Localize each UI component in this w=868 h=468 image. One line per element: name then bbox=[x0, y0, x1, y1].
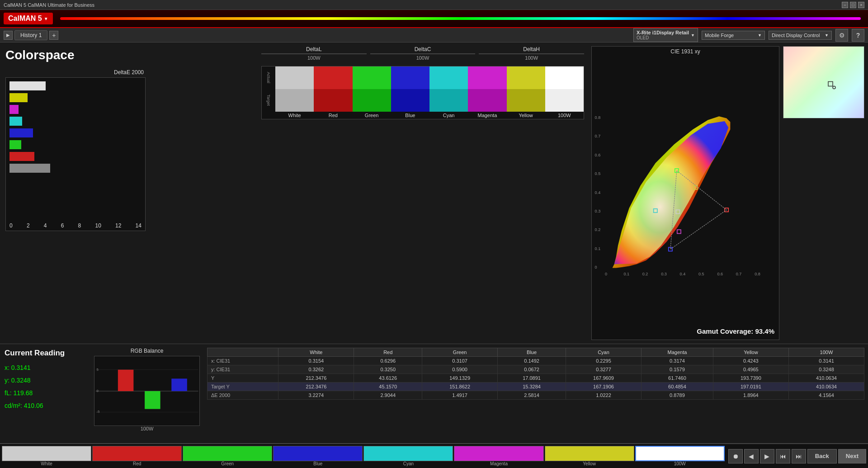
strip-green[interactable]: Green bbox=[183, 446, 272, 466]
row-label-x: x: CIE31 bbox=[208, 357, 278, 365]
svg-text:0.5: 0.5 bbox=[595, 171, 601, 176]
swatch-actual-100w bbox=[545, 66, 584, 89]
add-tab-button[interactable]: + bbox=[49, 31, 58, 40]
app-body: Colorspace DeltaE 2000 bbox=[0, 43, 868, 468]
strip-magenta[interactable]: Magenta bbox=[454, 446, 543, 466]
strip-blue-color bbox=[273, 446, 363, 461]
display-selector[interactable]: Direct Display Control ▼ bbox=[769, 31, 832, 40]
strip-100w[interactable]: 100W bbox=[635, 446, 725, 466]
de-white: 3.2274 bbox=[278, 391, 354, 400]
deltac-title: DeltaC bbox=[370, 46, 476, 52]
app-title: CalMAN 5 CalMAN Ultimate for Business bbox=[4, 2, 94, 8]
svg-text:0.1: 0.1 bbox=[595, 246, 601, 251]
strip-blue-label: Blue bbox=[273, 461, 363, 466]
strip-yellow[interactable]: Yellow bbox=[545, 446, 634, 466]
tab-play-button[interactable]: ▶ bbox=[4, 31, 13, 40]
Y-yellow: 193.7390 bbox=[713, 374, 788, 383]
meter-name: X-Rite i1Display Retail bbox=[637, 30, 689, 35]
bar-cyan bbox=[9, 117, 22, 126]
bar-row-green bbox=[9, 140, 142, 149]
swatch-target-magenta bbox=[468, 89, 506, 112]
svg-text:0.8: 0.8 bbox=[595, 115, 601, 120]
svg-text:0: 0 bbox=[595, 265, 597, 269]
strip-white[interactable]: White bbox=[2, 446, 91, 466]
rgb-title: RGB Balance bbox=[94, 348, 200, 354]
reading-cdm2: cd/m²: 410.06 bbox=[5, 399, 86, 412]
maximize-button[interactable]: □ bbox=[850, 2, 856, 8]
cie-diagram: CIE 1931 xy 0.8 0.7 0.6 0.5 0.4 0.3 0.2 … bbox=[591, 46, 779, 340]
col-label bbox=[208, 348, 278, 357]
gamut-coverage-text: Gamut Coverage: 93.4% bbox=[697, 327, 774, 335]
tY-magenta: 60.4854 bbox=[642, 383, 713, 391]
history-tab[interactable]: History 1 bbox=[14, 30, 47, 40]
svg-rect-79 bbox=[118, 370, 134, 391]
Y-magenta: 61.7460 bbox=[642, 374, 713, 383]
swatch-target-white bbox=[275, 89, 314, 112]
swatch-actual-red bbox=[314, 66, 352, 89]
calman-logo[interactable]: CalMAN 5 ▼ bbox=[4, 13, 53, 24]
de-red: 2.9044 bbox=[354, 391, 422, 400]
meter-selector[interactable]: X-Rite i1Display Retail OLED ▼ bbox=[633, 28, 698, 42]
svg-rect-81 bbox=[171, 378, 187, 391]
de-cyan: 1.0222 bbox=[566, 391, 641, 400]
swatch-label-yellow: Yellow bbox=[507, 112, 545, 119]
forward-button[interactable]: ⏭ bbox=[792, 449, 806, 463]
swatch-actual-cyan bbox=[429, 66, 468, 89]
workflow-selector[interactable]: Mobile Forge ▼ bbox=[702, 31, 765, 40]
strip-magenta-label: Magenta bbox=[454, 461, 543, 466]
back-button[interactable]: Back bbox=[807, 449, 837, 463]
strip-100w-color bbox=[635, 446, 725, 461]
y-cyan: 0.3277 bbox=[566, 365, 641, 374]
prev-button[interactable]: ◀ bbox=[744, 449, 759, 463]
strip-cyan[interactable]: Cyan bbox=[363, 446, 453, 466]
bar-magenta bbox=[9, 105, 19, 114]
table-row-targetY: Target Y 212.3476 45.1570 151.8622 15.32… bbox=[208, 383, 864, 391]
main-area: Colorspace DeltaE 2000 bbox=[0, 43, 868, 344]
Y-red: 43.6126 bbox=[354, 374, 422, 383]
swatch-target-yellow bbox=[507, 89, 545, 112]
strip-cyan-label: Cyan bbox=[363, 461, 453, 466]
cdm2-value: 410.06 bbox=[24, 402, 43, 409]
swatch-target-100w bbox=[545, 89, 584, 112]
svg-text:0.3: 0.3 bbox=[661, 272, 667, 276]
bar-row-red bbox=[9, 152, 142, 161]
cie-and-inset: CIE 1931 xy 0.8 0.7 0.6 0.5 0.4 0.3 0.2 … bbox=[591, 46, 864, 340]
cie-inset-image bbox=[783, 46, 864, 118]
deltal-x-label: 100W bbox=[261, 55, 367, 61]
swatch-actual-magenta bbox=[468, 66, 506, 89]
Y-green: 149.1329 bbox=[422, 374, 498, 383]
deltae-x-axis: 0 2 4 6 8 10 12 14 bbox=[9, 222, 142, 229]
y-green: 0.5900 bbox=[422, 365, 498, 374]
strip-red[interactable]: Red bbox=[92, 446, 182, 466]
svg-text:0.6: 0.6 bbox=[595, 153, 601, 157]
logo-text: CalMAN 5 bbox=[8, 14, 42, 23]
y-yellow: 0.4965 bbox=[713, 365, 788, 374]
swatch-label-red: Red bbox=[314, 112, 352, 119]
cie-inset-panel bbox=[783, 46, 864, 340]
next-button[interactable]: Next bbox=[838, 449, 866, 463]
rewind-button[interactable]: ⏮ bbox=[776, 449, 790, 463]
x-8: 8 bbox=[78, 222, 81, 229]
bar-white bbox=[9, 81, 46, 90]
settings-button[interactable]: ⚙ bbox=[835, 29, 848, 42]
y-blue: 0.0672 bbox=[498, 365, 566, 374]
deltal-title: DeltaL bbox=[261, 46, 367, 52]
reading-title: Current Reading bbox=[5, 349, 86, 358]
bar-row-100w bbox=[9, 164, 142, 173]
record-button[interactable]: ⏺ bbox=[728, 449, 743, 463]
help-button[interactable]: ? bbox=[852, 29, 864, 42]
strip-blue[interactable]: Blue bbox=[273, 446, 363, 466]
deltah-title: DeltaH bbox=[479, 46, 584, 52]
close-button[interactable]: × bbox=[858, 2, 864, 8]
Y-100w: 410.0634 bbox=[788, 374, 864, 383]
table-header-row: White Red Green Blue Cyan Magenta Yellow… bbox=[208, 348, 864, 357]
minimize-button[interactable]: − bbox=[842, 2, 848, 8]
Y-cyan: 167.9609 bbox=[566, 374, 641, 383]
play-button[interactable]: ▶ bbox=[760, 449, 774, 463]
row-label-de2000: ΔE 2000 bbox=[208, 391, 278, 400]
left-panel: Colorspace DeltaE 2000 bbox=[0, 43, 258, 344]
rgb-chart: 5 0 -5 bbox=[94, 356, 200, 426]
meter-dropdown-arrow: ▼ bbox=[691, 33, 695, 38]
Y-blue: 17.0891 bbox=[498, 374, 566, 383]
svg-text:0.3: 0.3 bbox=[595, 209, 601, 213]
